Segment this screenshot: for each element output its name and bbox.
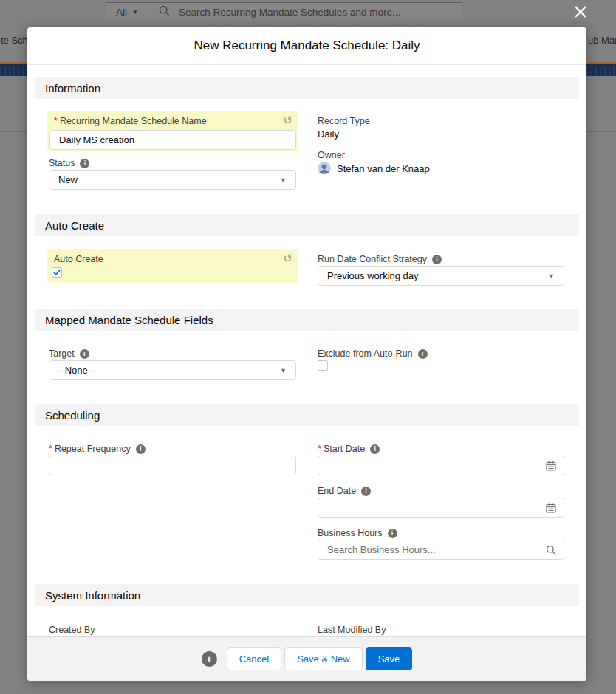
owner-value: Stefan van der Knaap — [337, 162, 430, 175]
section-header-system-information: System Information — [35, 584, 579, 606]
info-icon[interactable]: i — [432, 255, 442, 264]
created-by-label: Created By — [49, 624, 95, 636]
chevron-down-icon: ▼ — [548, 272, 555, 280]
business-hours-lookup-input[interactable] — [318, 540, 546, 559]
save-button[interactable]: Save — [366, 647, 413, 670]
repeat-frequency-input[interactable] — [49, 456, 295, 475]
start-date-input[interactable] — [318, 456, 546, 475]
background-divider — [586, 131, 616, 132]
info-icon[interactable]: i — [136, 444, 146, 454]
info-icon[interactable]: i — [418, 349, 428, 359]
background-divider — [0, 151, 27, 151]
exclude-auto-run-checkbox[interactable] — [318, 360, 328, 371]
end-date-label: End Date i — [318, 485, 371, 498]
run-date-conflict-label: Run Date Conflict Strategy i — [318, 253, 442, 266]
section-header-mapped-fields: Mapped Mandate Schedule Fields — [35, 309, 579, 331]
auto-create-checkbox[interactable] — [52, 267, 62, 278]
end-date-input[interactable] — [318, 498, 546, 517]
chevron-down-icon: ▼ — [280, 176, 287, 184]
modal-footer: i Cancel Save & New Save — [27, 636, 586, 681]
avatar — [318, 162, 331, 175]
close-icon[interactable] — [572, 3, 589, 21]
owner-label: Owner — [318, 149, 345, 162]
new-recurring-mandate-schedule-modal: New Recurring Mandate Schedule: Daily In… — [27, 27, 586, 681]
record-type-label: Record Type — [318, 115, 370, 128]
cancel-button[interactable]: Cancel — [227, 647, 281, 670]
auto-create-label: Auto Create — [54, 253, 103, 266]
target-dropdown[interactable]: --None-- ▼ — [49, 360, 296, 380]
business-hours-label: Business Hours i — [318, 527, 397, 540]
info-icon[interactable]: i — [361, 487, 371, 496]
calendar-icon[interactable] — [546, 503, 556, 513]
exclude-auto-run-label: Exclude from Auto-Run i — [318, 348, 428, 360]
section-header-information: Information — [35, 77, 579, 99]
last-modified-by-label: Last Modified By — [318, 624, 386, 636]
search-scope-label: All — [116, 7, 127, 18]
run-date-conflict-dropdown[interactable]: Previous working day ▼ — [318, 266, 564, 286]
field-auto-create-highlight: Auto Create ↺ — [47, 249, 298, 283]
undo-icon[interactable]: ↺ — [283, 114, 292, 126]
section-header-scheduling: Scheduling — [35, 404, 579, 426]
background-path-bar-left — [0, 62, 27, 76]
background-divider — [586, 151, 616, 151]
name-input[interactable] — [50, 134, 295, 145]
info-icon[interactable]: i — [202, 651, 217, 667]
info-icon[interactable]: i — [80, 159, 89, 168]
status-field-label: Status i — [49, 157, 89, 170]
info-icon[interactable]: i — [370, 444, 380, 454]
chevron-down-icon: ▼ — [132, 9, 138, 16]
modal-header: New Recurring Mandate Schedule: Daily — [27, 27, 586, 65]
info-icon[interactable]: i — [80, 349, 89, 359]
background-divider — [0, 131, 27, 132]
name-field-label: * Recurring Mandate Schedule Name — [54, 115, 207, 128]
background-tab-fragment-right: ub Mana — [588, 35, 616, 46]
required-asterisk: * — [318, 443, 321, 456]
required-asterisk: * — [49, 443, 52, 456]
dimmed-backdrop: All ▼ te Sche ub Mana New Recurring Mand… — [0, 0, 616, 694]
repeat-frequency-label: * Repeat Frequency i — [49, 443, 146, 456]
field-name-highlight: * Recurring Mandate Schedule Name ↺ — [47, 111, 298, 151]
modal-title: New Recurring Mandate Schedule: Daily — [194, 38, 420, 53]
calendar-icon[interactable] — [546, 461, 556, 471]
run-date-conflict-value: Previous working day — [327, 270, 419, 281]
target-dropdown-value: --None-- — [58, 365, 94, 376]
owner-row: Stefan van der Knaap — [318, 162, 430, 175]
save-and-new-button[interactable]: Save & New — [284, 647, 363, 670]
search-icon — [159, 5, 170, 19]
section-header-auto-create: Auto Create — [35, 214, 579, 236]
start-date-label: * Start Date i — [318, 443, 380, 456]
target-label: Target i — [49, 348, 89, 360]
search-scope-selector[interactable]: All ▼ — [106, 3, 148, 21]
record-type-value: Daily — [318, 128, 339, 140]
search-icon[interactable] — [546, 545, 556, 555]
required-asterisk: * — [54, 115, 58, 128]
global-search-bar[interactable]: All ▼ — [106, 2, 462, 21]
background-path-bar-right — [586, 62, 616, 76]
info-icon[interactable]: i — [388, 529, 397, 538]
global-search-input[interactable] — [179, 7, 445, 18]
chevron-down-icon: ▼ — [280, 367, 287, 374]
status-dropdown-value: New — [58, 174, 78, 185]
undo-icon[interactable]: ↺ — [283, 252, 292, 264]
status-dropdown[interactable]: New ▼ — [49, 170, 296, 190]
